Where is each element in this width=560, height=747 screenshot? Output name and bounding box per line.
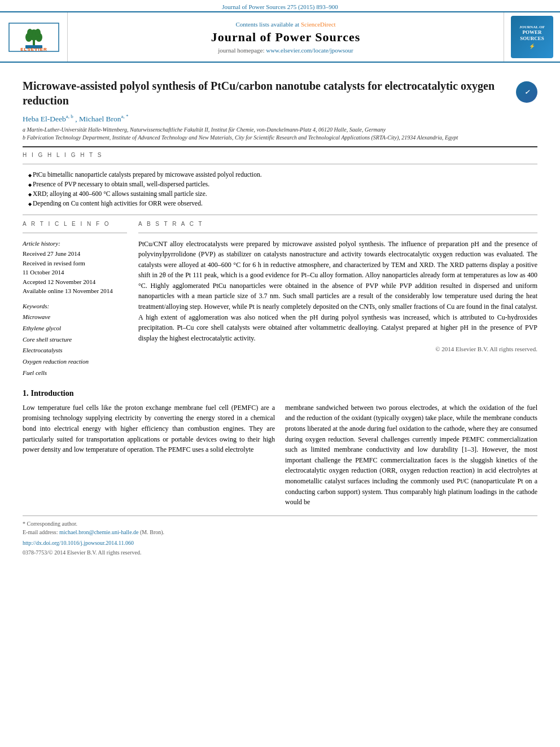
svg-point-5: [27, 29, 33, 37]
abstract-column: A B S T R A C T PtCu/CNT alloy electroca…: [138, 221, 537, 379]
svg-point-6: [35, 29, 41, 37]
highlight-item-3: XRD; alloying at 400–600 °C allows susta…: [23, 189, 537, 199]
keywords-label: Keywords:: [23, 302, 127, 311]
divider-1: [23, 146, 537, 147]
article-title-text: Microwave-assisted polyol synthesis of P…: [23, 78, 508, 108]
power-sources-logo: JOURNAL OF POWER SOURCES ⚡: [511, 16, 553, 58]
divider-2: [23, 215, 537, 215]
sciencedirect-line: Contents lists available at ScienceDirec…: [235, 21, 335, 28]
affiliation-a: a Martin-Luther-Universität Halle-Witten…: [23, 126, 537, 134]
main-content: Microwave-assisted polyol synthesis of P…: [0, 63, 560, 508]
article-info-divider: [23, 233, 127, 233]
copyright-line: © 2014 Elsevier B.V. All rights reserved…: [138, 346, 537, 352]
author1-name: Heba El-Deeb: [23, 115, 66, 123]
highlight-item-4: Depending on Cu content high activities …: [23, 199, 537, 208]
crossmark-badge[interactable]: ✓: [516, 81, 537, 103]
article-history-block: Article history: Received 27 June 2014 R…: [23, 239, 127, 296]
keyword-2: Ethylene glycol: [23, 323, 127, 334]
intro-left-col: Low temperature fuel cells like the prot…: [23, 403, 275, 508]
keywords-block: Keywords: Microwave Ethylene glycol Core…: [23, 302, 127, 379]
intro-number: 1.: [23, 389, 29, 398]
highlights-label: H I G H L I G H T S: [23, 152, 537, 158]
authors-line: Heba El-Deeba, b , Michael Brona, *: [23, 113, 537, 124]
sciencedirect-link[interactable]: ScienceDirect: [301, 21, 336, 28]
issn-text: 0378-7753/© 2014 Elsevier B.V. All right…: [23, 549, 141, 556]
highlights-divider: [23, 164, 537, 164]
journal-title: Journal of Power Sources: [211, 30, 361, 45]
email-link[interactable]: michael.bron@chemie.uni-halle.de: [59, 529, 139, 535]
abstract-label: A B S T R A C T: [138, 221, 537, 227]
email-suffix: (M. Bron).: [140, 529, 164, 535]
intro-right-col: membrane sandwiched between two porous e…: [285, 403, 537, 508]
article-title-area: Microwave-assisted polyol synthesis of P…: [23, 78, 537, 108]
keyword-3: Core shell structure: [23, 334, 127, 346]
received-revised-label: Received in revised form: [23, 259, 127, 268]
accepted-date: Accepted 12 November 2014: [23, 277, 127, 287]
available-date: Available online 13 November 2014: [23, 286, 127, 296]
keywords-list: Microwave Ethylene glycol Core shell str…: [23, 312, 127, 379]
elsevier-logo-area: ELSEVIER: [0, 12, 68, 62]
journal-homepage-link[interactable]: www.elsevier.com/locate/jpowsour: [266, 47, 353, 54]
corresponding-label: * Corresponding author.: [23, 521, 77, 527]
intro-two-col: Low temperature fuel cells like the prot…: [23, 403, 537, 508]
affiliation-b: b Fabrication Technology Department, Ins…: [23, 134, 537, 142]
journal-homepage-line: journal homepage: www.elsevier.com/locat…: [218, 47, 353, 54]
doi-link[interactable]: http://dx.doi.org/10.1016/j.jpowsour.201…: [23, 540, 134, 546]
elsevier-logo-svg: ELSEVIER: [8, 23, 59, 52]
doi-line: http://dx.doi.org/10.1016/j.jpowsour.201…: [23, 539, 537, 547]
highlight-item-2: Presence of PVP necessary to obtain smal…: [23, 180, 537, 189]
info-abstract-columns: A R T I C L E I N F O Article history: R…: [23, 221, 537, 379]
svg-text:ELSEVIER: ELSEVIER: [20, 47, 47, 52]
journal-header: ELSEVIER Contents lists available at Sci…: [0, 11, 560, 63]
highlights-section: H I G H L I G H T S PtCu bimetallic nano…: [23, 152, 537, 209]
intro-title: Introduction: [31, 389, 74, 398]
elsevier-logo: ELSEVIER: [8, 23, 59, 52]
abstract-divider: [138, 233, 537, 233]
email-line: E-mail address: michael.bron@chemie.uni-…: [23, 528, 537, 536]
keyword-5: Oxygen reduction reaction: [23, 356, 127, 368]
keyword-1: Microwave: [23, 312, 127, 323]
keyword-4: Electrocatalysts: [23, 345, 127, 356]
history-label: Article history:: [23, 239, 127, 248]
journal-ref-text: Journal of Power Sources 275 (2015) 893–…: [222, 3, 338, 10]
article-info-column: A R T I C L E I N F O Article history: R…: [23, 221, 127, 379]
author2-name: , Michael Bron: [75, 115, 121, 123]
keyword-6: Fuel cells: [23, 368, 127, 379]
journal-logo-right: JOURNAL OF POWER SOURCES ⚡: [504, 12, 560, 62]
intro-left-text: Low temperature fuel cells like the prot…: [23, 403, 275, 455]
introduction-section: 1. Introduction Low temperature fuel cel…: [23, 389, 537, 508]
highlight-item-1: PtCu bimetallic nanoparticle catalysts p…: [23, 170, 537, 180]
article-info-label: A R T I C L E I N F O: [23, 221, 127, 227]
email-label: E-mail address:: [23, 529, 58, 535]
intro-right-text: membrane sandwiched between two porous e…: [285, 403, 537, 508]
revised-date: 11 October 2014: [23, 268, 127, 277]
author2-sup: a, *: [121, 113, 129, 119]
corresponding-author-note: * Corresponding author.: [23, 519, 537, 528]
journal-center-info: Contents lists available at ScienceDirec…: [68, 12, 504, 62]
received-date: Received 27 June 2014: [23, 249, 127, 259]
issn-line: 0378-7753/© 2014 Elsevier B.V. All right…: [23, 548, 537, 557]
abstract-text: PtCu/CNT alloy electrocatalysts were pre…: [138, 239, 537, 344]
page-footer: * Corresponding author. E-mail address: …: [23, 516, 537, 559]
author1-sup: a, b: [66, 113, 73, 119]
affiliations-block: a Martin-Luther-Universität Halle-Witten…: [23, 126, 537, 142]
journal-reference-bar: Journal of Power Sources 275 (2015) 893–…: [0, 0, 560, 11]
